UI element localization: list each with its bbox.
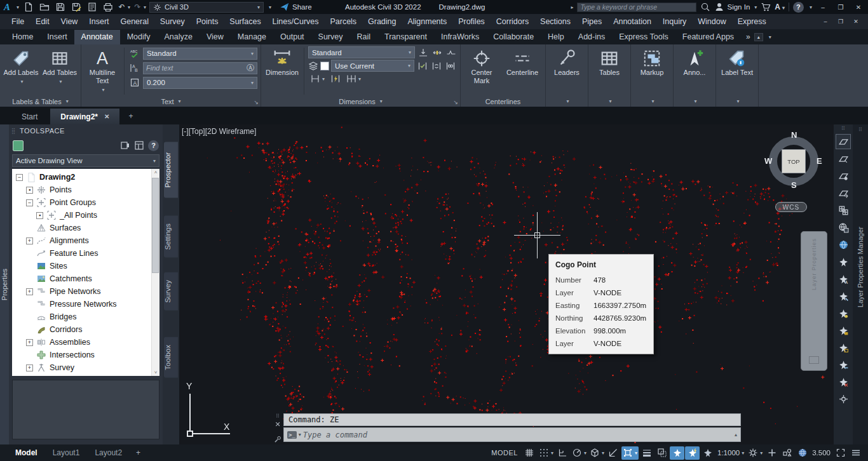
find-text-search-icon[interactable]: Ⓐ bbox=[247, 63, 254, 74]
text-dialog-launcher[interactable]: ↘ bbox=[254, 99, 259, 105]
annotation-visibility-toggle[interactable] bbox=[670, 446, 684, 460]
scroll-down-icon[interactable]: ˅ bbox=[154, 370, 158, 375]
toolspace-titlebar[interactable]: ⣿ TOOLSPACE bbox=[9, 124, 163, 137]
dim-link-button[interactable] bbox=[444, 60, 456, 72]
plot-sheet-button[interactable] bbox=[86, 1, 98, 13]
menu-edit[interactable]: Edit bbox=[33, 16, 52, 27]
layer-match-icon[interactable] bbox=[836, 168, 851, 184]
markup-button[interactable]: Markup bbox=[634, 46, 670, 96]
close-button[interactable]: ✕ bbox=[851, 1, 865, 13]
menu-corridors[interactable]: Corridors bbox=[494, 16, 531, 27]
new-file-button[interactable] bbox=[22, 1, 35, 13]
ribbon-tab-manage[interactable]: Manage bbox=[231, 30, 273, 44]
palette-grip-icon[interactable]: ⣿ bbox=[11, 128, 16, 134]
menu-view[interactable]: View bbox=[58, 16, 81, 27]
text-height-combo[interactable]: 0.200▾ bbox=[143, 77, 257, 89]
tree-expander-icon[interactable]: + bbox=[26, 339, 33, 346]
menu-window[interactable]: Window bbox=[695, 16, 728, 27]
sign-in-button[interactable]: Sign In ▾ bbox=[714, 2, 757, 12]
workspace-selector[interactable]: Civil 3D ▾ bbox=[149, 2, 264, 13]
tree-item-drawing2[interactable]: −Drawing2 bbox=[15, 171, 159, 184]
layer-properties-manager-tab[interactable]: Layer Properties Manager bbox=[857, 227, 864, 307]
app-menu-chevron-icon[interactable]: ▾ bbox=[17, 4, 19, 10]
search-expand-arrow[interactable]: ▸ bbox=[571, 4, 573, 10]
layer-grid-icon[interactable] bbox=[836, 203, 851, 218]
panel-label-leaders[interactable]: ▾ bbox=[546, 96, 588, 107]
redo-button[interactable]: ↷▾ bbox=[133, 1, 146, 13]
minimize-button[interactable]: – bbox=[816, 1, 830, 13]
command-input-line[interactable]: >_ ▾ ▴ bbox=[283, 427, 741, 442]
ribbon-tab-output[interactable]: Output bbox=[273, 30, 311, 44]
ribbon-tab-featured-apps[interactable]: Featured Apps bbox=[675, 30, 741, 44]
panel-label-labels-tables[interactable]: Labels & Tables▾ bbox=[0, 96, 81, 107]
annotation-scale-button[interactable] bbox=[700, 446, 715, 460]
dimensions-dialog-launcher[interactable]: ↘ bbox=[453, 99, 458, 105]
toolspace-tab-prospector[interactable]: Prospector bbox=[164, 142, 178, 198]
dim-linear-button[interactable]: ▾ bbox=[308, 73, 327, 84]
polar-tracking-toggle[interactable]: ▾ bbox=[571, 446, 588, 460]
dim-break-button[interactable] bbox=[417, 46, 429, 58]
tree-item-pressure-networks[interactable]: Pressure Networks bbox=[15, 298, 159, 311]
active-drawing-view-combo[interactable]: Active Drawing View▾ bbox=[12, 154, 159, 167]
center-mark-button[interactable]: Center Mark bbox=[464, 46, 499, 96]
save-button[interactable] bbox=[54, 1, 67, 13]
online-map-icon[interactable] bbox=[836, 237, 851, 252]
ribbon-tab-annotate[interactable]: Annotate bbox=[74, 30, 120, 44]
help-menu-chevron-icon[interactable]: ▾ bbox=[810, 4, 812, 10]
command-expand-icon[interactable]: ▴ bbox=[735, 432, 737, 438]
menu-annotation[interactable]: Annotation bbox=[611, 16, 654, 27]
tree-item-surfaces[interactable]: Surfaces bbox=[15, 222, 159, 234]
menu-pipes[interactable]: Pipes bbox=[580, 16, 604, 27]
qat-customize-button[interactable]: ▾ bbox=[269, 4, 271, 10]
menu-surfaces[interactable]: Surfaces bbox=[227, 16, 263, 27]
tree-item-sites[interactable]: Sites bbox=[15, 260, 159, 272]
layer-delete-icon[interactable] bbox=[836, 374, 851, 389]
layout-tab-model[interactable]: Model bbox=[8, 446, 45, 459]
open-file-button[interactable] bbox=[38, 1, 51, 13]
ribbon-minimize-menu[interactable]: ▾ bbox=[769, 34, 771, 40]
tree-expander-icon[interactable]: − bbox=[26, 199, 33, 206]
object-snap-tracking-toggle[interactable] bbox=[606, 446, 621, 460]
tables-button[interactable]: Tables bbox=[592, 46, 627, 96]
annotation-monitor-toggle[interactable] bbox=[764, 446, 779, 460]
tree-item-intersections[interactable]: Intersections bbox=[15, 349, 159, 361]
search-icon[interactable] bbox=[700, 2, 710, 12]
toolspace-tab-survey[interactable]: Survey bbox=[164, 272, 178, 311]
text-style-combo[interactable]: Standard▾ bbox=[143, 48, 257, 60]
annotation-autoscale-toggle[interactable] bbox=[685, 446, 700, 460]
dim-quick-button[interactable] bbox=[329, 73, 342, 84]
wcs-button[interactable]: WCS bbox=[775, 202, 807, 212]
cart-icon[interactable] bbox=[761, 2, 771, 12]
dim-style-combo[interactable]: Standard▾ bbox=[308, 46, 415, 58]
menu-survey[interactable]: Survey bbox=[158, 16, 187, 27]
ortho-toggle[interactable] bbox=[555, 446, 570, 460]
tree-expander-icon[interactable]: + bbox=[26, 364, 33, 371]
ribbon-tab-collaborate[interactable]: Collaborate bbox=[486, 30, 541, 44]
layer-isolate-icon[interactable] bbox=[836, 254, 851, 269]
command-grip-icon[interactable]: ⠿ bbox=[276, 413, 280, 419]
toolspace-tab-settings[interactable]: Settings bbox=[164, 216, 178, 258]
app-logo-icon[interactable]: A bbox=[3, 2, 11, 13]
ribbon-tab-insert[interactable]: Insert bbox=[40, 30, 74, 44]
tab-start[interactable]: Start bbox=[11, 109, 48, 124]
new-layout-button[interactable]: + bbox=[131, 447, 146, 458]
geolocation-icon[interactable] bbox=[836, 220, 851, 235]
menu-inquiry[interactable]: Inquiry bbox=[660, 16, 689, 27]
layer-unisolate-icon[interactable]: A bbox=[836, 271, 851, 286]
view-cube-east[interactable]: E bbox=[817, 156, 822, 166]
layer-freeze-icon[interactable] bbox=[836, 288, 851, 304]
tree-expander-icon[interactable]: ▪ bbox=[36, 212, 43, 219]
panel-label-centerlines[interactable]: Centerlines bbox=[461, 96, 545, 107]
panel-label-markup[interactable]: ▾ bbox=[631, 96, 673, 107]
undo-button[interactable]: ↶▾ bbox=[118, 1, 130, 13]
menu-lines-curves[interactable]: Lines/Curves bbox=[270, 16, 322, 27]
panel-label-label-text[interactable]: ▾ bbox=[716, 96, 758, 107]
panel-label-anno[interactable]: ▾ bbox=[674, 96, 715, 107]
layer-translator-icon[interactable] bbox=[836, 185, 851, 201]
dimension-button[interactable]: Dimension bbox=[264, 46, 300, 96]
save-as-button[interactable] bbox=[70, 1, 83, 13]
ribbon-tab-analyze[interactable]: Analyze bbox=[157, 30, 199, 44]
snap-mode-toggle[interactable]: ▾ bbox=[538, 446, 555, 460]
menu-profiles[interactable]: Profiles bbox=[456, 16, 487, 27]
tab-close-icon[interactable]: ✕ bbox=[104, 113, 109, 120]
